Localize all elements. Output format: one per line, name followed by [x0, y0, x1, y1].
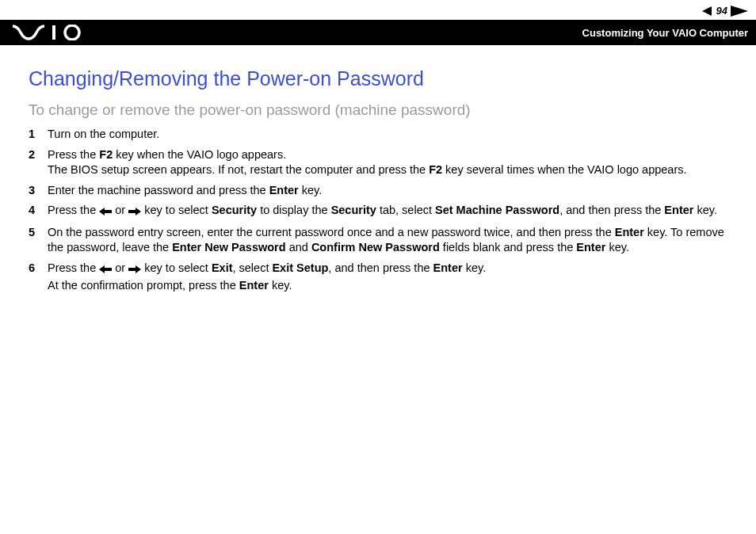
- step-item: 2 Press the F2 key when the VAIO logo ap…: [29, 147, 727, 178]
- step-body: Turn on the computer.: [48, 127, 727, 143]
- next-page-icon[interactable]: [731, 6, 748, 17]
- step-body: Press the F2 key when the VAIO logo appe…: [48, 147, 727, 178]
- step-item: 3 Enter the machine password and press t…: [29, 183, 727, 199]
- section-title: Customizing Your VAIO Computer: [582, 27, 748, 39]
- page-nav: 94: [0, 0, 756, 20]
- header-bar: Customizing Your VAIO Computer: [0, 20, 756, 45]
- svg-marker-1: [731, 6, 748, 17]
- step-item: 6 Press the or key to select Exit, selec…: [29, 261, 727, 293]
- right-arrow-icon: [128, 262, 141, 278]
- svg-marker-6: [99, 265, 112, 273]
- svg-marker-4: [99, 208, 112, 216]
- page-title: Changing/Removing the Power-on Password: [29, 67, 727, 90]
- left-arrow-icon: [99, 262, 112, 278]
- right-arrow-icon: [128, 204, 141, 220]
- page-content: Changing/Removing the Power-on Password …: [0, 45, 756, 293]
- steps-list: 1 Turn on the computer. 2 Press the F2 k…: [29, 127, 727, 293]
- prev-page-icon[interactable]: [702, 6, 713, 16]
- step-number: 3: [29, 183, 48, 199]
- step-body: Press the or key to select Exit, select …: [48, 261, 727, 293]
- svg-point-3: [65, 25, 79, 40]
- page-subtitle: To change or remove the power-on passwor…: [29, 101, 727, 119]
- step-body: On the password entry screen, enter the …: [48, 225, 727, 256]
- step-number: 4: [29, 203, 48, 220]
- svg-marker-7: [128, 265, 141, 273]
- step-item: 5 On the password entry screen, enter th…: [29, 225, 727, 256]
- step-number: 6: [29, 261, 48, 293]
- svg-rect-2: [52, 25, 55, 40]
- left-arrow-icon: [99, 204, 112, 220]
- step-item: 4 Press the or key to select Security to…: [29, 203, 727, 220]
- svg-marker-5: [128, 208, 141, 216]
- step-body: Enter the machine password and press the…: [48, 183, 727, 199]
- step-number: 1: [29, 127, 48, 143]
- vaio-logo: [13, 25, 92, 40]
- step-item: 1 Turn on the computer.: [29, 127, 727, 143]
- svg-marker-0: [702, 6, 712, 16]
- step-number: 2: [29, 147, 48, 178]
- step-number: 5: [29, 225, 48, 256]
- step-body: Press the or key to select Security to d…: [48, 203, 727, 220]
- page-number: 94: [716, 5, 727, 17]
